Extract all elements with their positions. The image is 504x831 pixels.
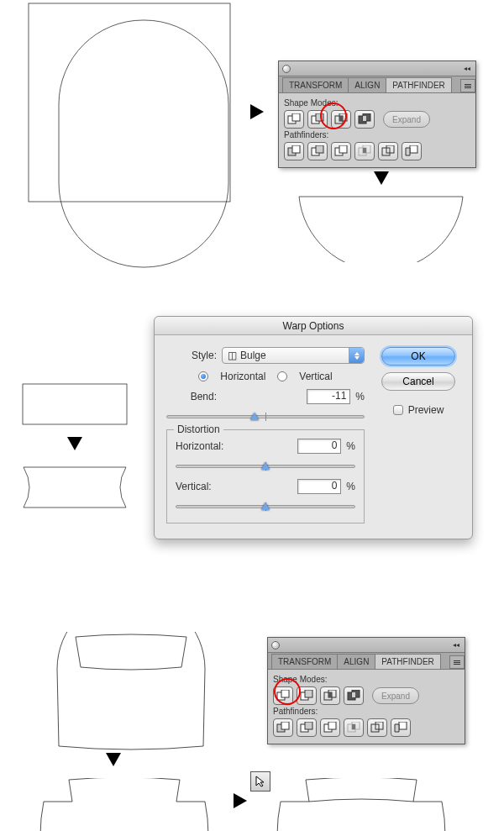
figure2-rect	[22, 383, 129, 427]
outline-button[interactable]	[378, 142, 398, 160]
collapse-icon[interactable]: ◂◂	[451, 644, 461, 647]
close-icon[interactable]	[271, 641, 280, 650]
outline-button[interactable]	[367, 718, 387, 737]
bend-percent: %	[355, 391, 365, 402]
preview-label: Preview	[408, 404, 444, 416]
tab-transform[interactable]: TRANSFORM	[282, 77, 349, 92]
bulge-icon: ◫	[228, 350, 237, 361]
svg-rect-32	[328, 692, 332, 697]
dist-h-input[interactable]: 0	[297, 439, 341, 454]
arrow-to-pathfinder	[250, 104, 264, 119]
minus-back-button[interactable]	[391, 718, 411, 737]
intersect-button[interactable]	[320, 686, 340, 705]
arrow-to-warped	[67, 437, 82, 450]
svg-rect-1	[59, 20, 228, 267]
distortion-label: Distortion	[174, 423, 223, 435]
pathfinders-label: Pathfinders:	[284, 130, 470, 139]
direct-selection-tool[interactable]	[250, 771, 270, 792]
trim-button[interactable]	[297, 718, 317, 737]
trim-button[interactable]	[307, 142, 328, 160]
unite-button[interactable]	[273, 686, 293, 705]
dist-v-input[interactable]: 0	[297, 479, 341, 494]
svg-rect-44	[352, 724, 355, 729]
pathfinders-label: Pathfinders:	[273, 707, 459, 716]
style-select[interactable]: ◫ Bulge	[222, 347, 365, 364]
vertical-label: Vertical	[299, 371, 332, 382]
divide-button[interactable]	[273, 718, 293, 737]
panel-menu-icon[interactable]	[460, 79, 475, 92]
pathfinder-panel-1: ◂◂ TRANSFORM ALIGN PATHFINDER Shape Mode…	[278, 60, 476, 168]
horizontal-label: Horizontal	[220, 371, 265, 382]
panel-header[interactable]: ◂◂	[268, 638, 465, 653]
arrow-to-united	[106, 753, 121, 766]
shape-modes-label: Shape Modes:	[284, 98, 470, 108]
minus-front-button[interactable]	[307, 110, 328, 129]
unite-button[interactable]	[284, 110, 304, 129]
figure1-shapes	[27, 2, 245, 271]
warp-options-dialog: Warp Options Style: ◫ Bulge Horizontal V…	[154, 316, 473, 539]
figure1-result	[294, 195, 470, 262]
dialog-title: Warp Options	[155, 317, 472, 335]
svg-rect-37	[281, 722, 289, 729]
svg-rect-39	[305, 722, 312, 729]
figure3-shapes	[55, 632, 207, 758]
crop-button[interactable]	[354, 142, 375, 160]
svg-rect-13	[292, 145, 300, 153]
ok-button[interactable]: OK	[381, 347, 455, 366]
svg-rect-17	[339, 145, 347, 153]
arrow-to-result	[374, 171, 389, 185]
intersect-button[interactable]	[331, 110, 351, 129]
figure3-final	[274, 778, 447, 831]
svg-rect-8	[339, 116, 343, 121]
pathfinder-panel-2: ◂◂ TRANSFORM ALIGN PATHFINDER Shape Mode…	[267, 637, 465, 744]
bend-slider[interactable]	[166, 411, 365, 423]
svg-rect-15	[316, 145, 323, 153]
preview-checkbox[interactable]	[393, 405, 403, 415]
panel-header[interactable]: ◂◂	[279, 61, 475, 76]
dropdown-arrows-icon	[349, 348, 364, 363]
svg-rect-25	[23, 384, 127, 424]
figure3-united	[37, 778, 210, 831]
dist-v-label: Vertical:	[176, 481, 236, 492]
svg-rect-5	[316, 113, 323, 121]
minus-back-button[interactable]	[402, 142, 422, 160]
close-icon[interactable]	[282, 65, 291, 73]
svg-rect-29	[305, 690, 312, 697]
bend-input[interactable]: -11	[307, 389, 350, 404]
divide-button[interactable]	[284, 142, 304, 160]
tab-align[interactable]: ALIGN	[348, 77, 386, 92]
panel-menu-icon[interactable]	[449, 655, 465, 669]
arrow-to-direct-select	[234, 793, 247, 808]
merge-button[interactable]	[320, 718, 340, 737]
collapse-icon[interactable]: ◂◂	[462, 67, 472, 71]
style-label: Style:	[166, 350, 217, 361]
minus-front-button[interactable]	[297, 686, 317, 705]
svg-rect-47	[399, 722, 407, 729]
crop-button[interactable]	[344, 718, 364, 737]
dist-h-label: Horizontal:	[176, 440, 236, 452]
tab-align[interactable]: ALIGN	[337, 654, 375, 669]
merge-button[interactable]	[331, 142, 351, 160]
dist-v-percent: %	[346, 481, 355, 492]
svg-rect-27	[281, 690, 289, 697]
svg-rect-41	[328, 722, 336, 729]
svg-rect-11	[363, 116, 366, 121]
svg-rect-23	[410, 145, 417, 153]
tab-pathfinder[interactable]: PATHFINDER	[386, 77, 451, 92]
dist-h-percent: %	[346, 440, 355, 452]
shape-modes-label: Shape Modes:	[273, 675, 459, 684]
dist-v-slider[interactable]	[176, 501, 355, 513]
expand-button[interactable]: Expand	[372, 687, 419, 704]
radio-horizontal[interactable]	[198, 371, 208, 381]
dist-h-slider[interactable]	[176, 460, 355, 472]
tab-transform[interactable]: TRANSFORM	[271, 654, 338, 669]
radio-vertical[interactable]	[277, 371, 287, 381]
bend-label: Bend:	[166, 391, 217, 402]
exclude-button[interactable]	[344, 686, 364, 705]
style-value: Bulge	[240, 350, 266, 361]
svg-rect-20	[363, 148, 366, 153]
tab-pathfinder[interactable]: PATHFINDER	[375, 654, 440, 669]
cancel-button[interactable]: Cancel	[381, 372, 455, 391]
exclude-button[interactable]	[354, 110, 375, 129]
expand-button[interactable]: Expand	[383, 111, 430, 128]
